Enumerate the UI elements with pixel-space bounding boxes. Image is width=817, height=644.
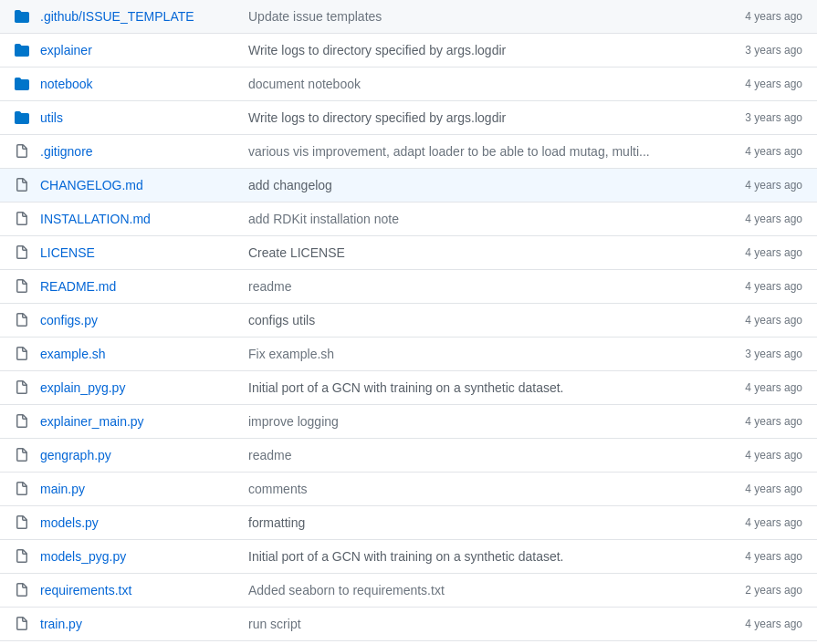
commit-time: 4 years ago bbox=[711, 618, 802, 630]
file-name-link[interactable]: models_pyg.py bbox=[40, 549, 126, 564]
table-row: main.pycomments4 years ago bbox=[0, 473, 817, 506]
commit-time: 4 years ago bbox=[711, 78, 802, 90]
file-list: .github/ISSUE_TEMPLATEUpdate issue templ… bbox=[0, 0, 817, 641]
file-name-link[interactable]: configs.py bbox=[40, 313, 98, 327]
table-row: README.mdreadme4 years ago bbox=[0, 270, 817, 304]
table-row: models_pyg.pyInitial port of a GCN with … bbox=[0, 540, 817, 574]
commit-time: 4 years ago bbox=[711, 449, 802, 462]
file-icon bbox=[15, 245, 29, 260]
commit-message-link[interactable]: Write logs to directory specified by arg… bbox=[248, 110, 506, 125]
commit-time: 4 years ago bbox=[711, 314, 802, 327]
commit-time: 4 years ago bbox=[711, 483, 802, 495]
commit-message-link[interactable]: Initial port of a GCN with training on a… bbox=[248, 549, 564, 564]
file-icon bbox=[15, 482, 29, 496]
table-row: train.pyrun script4 years ago bbox=[0, 608, 817, 641]
commit-message-link[interactable]: Create LICENSE bbox=[248, 245, 345, 260]
table-row: models.pyformatting4 years ago bbox=[0, 506, 817, 540]
commit-message-link[interactable]: Write logs to directory specified by arg… bbox=[248, 43, 506, 57]
file-name-link[interactable]: README.md bbox=[40, 279, 116, 294]
table-row: INSTALLATION.mdadd RDKit installation no… bbox=[0, 203, 817, 236]
commit-time: 3 years ago bbox=[711, 111, 802, 124]
commit-time: 4 years ago bbox=[711, 145, 802, 158]
file-name-link[interactable]: explainer bbox=[40, 43, 92, 57]
file-name-link[interactable]: INSTALLATION.md bbox=[40, 212, 151, 226]
table-row: explainer_main.pyimprove logging4 years … bbox=[0, 405, 817, 439]
file-name-link[interactable]: train.py bbox=[40, 617, 82, 631]
commit-time: 3 years ago bbox=[711, 44, 802, 57]
commit-time: 3 years ago bbox=[711, 348, 802, 360]
commit-message-link[interactable]: formatting bbox=[248, 515, 305, 530]
file-icon bbox=[15, 347, 29, 361]
table-row: example.shFix example.sh3 years ago bbox=[0, 338, 817, 371]
file-name-link[interactable]: models.py bbox=[40, 515, 99, 530]
file-name-link[interactable]: CHANGELOG.md bbox=[40, 178, 143, 192]
table-row: .github/ISSUE_TEMPLATEUpdate issue templ… bbox=[0, 0, 817, 34]
file-icon bbox=[15, 380, 29, 395]
folder-icon bbox=[15, 9, 29, 24]
commit-message-link[interactable]: add changelog bbox=[248, 178, 332, 192]
commit-time: 4 years ago bbox=[711, 179, 802, 192]
file-name-link[interactable]: explain_pyg.py bbox=[40, 380, 125, 395]
file-name-link[interactable]: explainer_main.py bbox=[40, 414, 144, 429]
table-row: .gitignorevarious vis improvement, adapt… bbox=[0, 135, 817, 169]
commit-time: 4 years ago bbox=[711, 516, 802, 529]
table-row: CHANGELOG.mdadd changelog4 years ago bbox=[0, 169, 817, 203]
file-name-link[interactable]: gengraph.py bbox=[40, 448, 111, 462]
table-row: explain_pyg.pyInitial port of a GCN with… bbox=[0, 371, 817, 405]
file-name-link[interactable]: main.py bbox=[40, 482, 85, 496]
file-icon bbox=[15, 448, 29, 462]
file-icon bbox=[15, 279, 29, 294]
folder-icon bbox=[15, 110, 29, 125]
table-row: notebookdocument notebook4 years ago bbox=[0, 68, 817, 101]
commit-time: 4 years ago bbox=[711, 246, 802, 259]
commit-time: 4 years ago bbox=[711, 415, 802, 428]
file-name-link[interactable]: requirements.txt bbox=[40, 583, 131, 597]
table-row: configs.pyconfigs utils4 years ago bbox=[0, 304, 817, 338]
file-icon bbox=[15, 178, 29, 192]
table-row: utilsWrite logs to directory specified b… bbox=[0, 101, 817, 135]
file-name-link[interactable]: LICENSE bbox=[40, 245, 95, 260]
table-row: requirements.txtAdded seaborn to require… bbox=[0, 574, 817, 608]
file-icon bbox=[15, 515, 29, 530]
commit-time: 2 years ago bbox=[711, 584, 802, 597]
file-name-link[interactable]: utils bbox=[40, 110, 63, 125]
file-name-link[interactable]: .gitignore bbox=[40, 144, 93, 159]
file-name-link[interactable]: notebook bbox=[40, 77, 93, 91]
table-row: gengraph.pyreadme4 years ago bbox=[0, 439, 817, 473]
commit-message-link[interactable]: Initial port of a GCN with training on a… bbox=[248, 380, 564, 395]
file-icon bbox=[15, 549, 29, 564]
folder-icon bbox=[15, 43, 29, 57]
file-icon bbox=[15, 414, 29, 429]
table-row: LICENSECreate LICENSE4 years ago bbox=[0, 236, 817, 270]
file-icon bbox=[15, 313, 29, 327]
file-icon bbox=[15, 212, 29, 226]
commit-time: 4 years ago bbox=[711, 381, 802, 394]
file-icon bbox=[15, 583, 29, 597]
table-row: explainerWrite logs to directory specifi… bbox=[0, 34, 817, 68]
commit-time: 4 years ago bbox=[711, 280, 802, 293]
commit-time: 4 years ago bbox=[711, 550, 802, 563]
folder-icon bbox=[15, 77, 29, 91]
commit-time: 4 years ago bbox=[711, 213, 802, 225]
file-name-link[interactable]: example.sh bbox=[40, 347, 106, 361]
file-icon bbox=[15, 144, 29, 159]
commit-time: 4 years ago bbox=[711, 10, 802, 23]
commit-message-link[interactable]: configs utils bbox=[248, 313, 315, 327]
file-name-link[interactable]: .github/ISSUE_TEMPLATE bbox=[40, 9, 194, 24]
file-icon bbox=[15, 617, 29, 631]
